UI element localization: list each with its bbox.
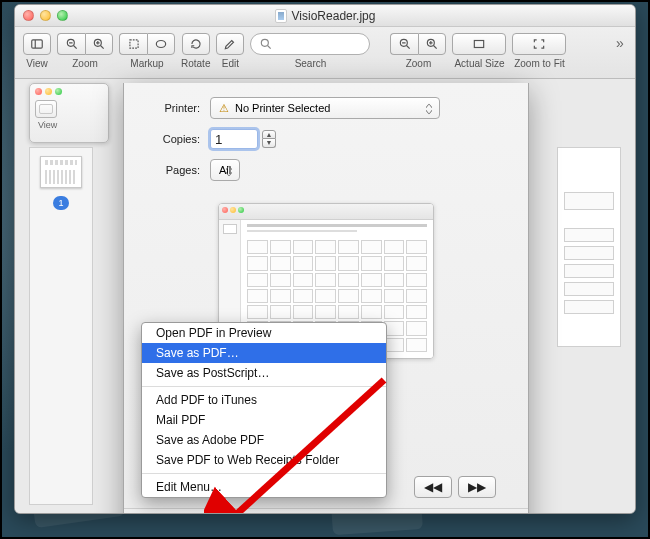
toolbar-rotate-label: Rotate <box>181 58 210 69</box>
document-preview-slice <box>557 147 621 347</box>
stepper-down-icon[interactable]: ▼ <box>262 139 276 148</box>
window-controls <box>23 10 68 21</box>
toolbar-zoom-label: Zoom <box>72 58 98 69</box>
copies-input[interactable] <box>210 129 258 149</box>
markup-rect-button[interactable] <box>119 33 147 55</box>
titlebar[interactable]: VisioReader.jpg <box>15 5 635 27</box>
preview-nav: ◀◀ ▶▶ <box>414 476 496 498</box>
copies-label: Copies: <box>142 133 210 145</box>
toolbar-edit-label: Edit <box>222 58 239 69</box>
rotate-button[interactable] <box>182 33 210 55</box>
app-toolbar: View Zoom Markup Rotate Edit <box>15 27 635 79</box>
thumbnail-sidebar[interactable]: 1 <box>29 147 93 505</box>
view-button[interactable] <box>23 33 51 55</box>
printer-select[interactable]: ⚠ No Printer Selected <box>210 97 440 119</box>
thumbnail-1[interactable] <box>40 156 82 188</box>
menu-add-to-itunes[interactable]: Add PDF to iTunes <box>142 390 386 410</box>
toolbar-fit-group: Zoom to Fit <box>512 33 566 69</box>
toolbar-view-label: View <box>26 58 48 69</box>
toolbar-actual-group: Actual Size <box>452 33 506 69</box>
toolbar-actual-label: Actual Size <box>454 58 504 69</box>
warning-icon: ⚠ <box>219 102 229 115</box>
edit-button[interactable] <box>216 33 244 55</box>
svg-rect-9 <box>129 40 137 48</box>
toolbar-rotate-group: Rotate <box>181 33 210 69</box>
zoom-in-button[interactable] <box>85 33 113 55</box>
menu-edit-menu[interactable]: Edit Menu… <box>142 477 386 497</box>
inner-view-button <box>35 100 57 118</box>
svg-rect-0 <box>32 40 43 48</box>
actual-size-icon <box>472 37 486 51</box>
printer-value: No Printer Selected <box>235 102 330 114</box>
selection-icon <box>127 37 141 51</box>
toolbar-zoom-group: Zoom <box>57 33 113 69</box>
toolbar-search-label: Search <box>295 58 327 69</box>
pages-value: All <box>219 164 231 176</box>
rotate-icon <box>189 37 203 51</box>
preview-app-window: VisioReader.jpg View Zoom Markup <box>14 4 636 514</box>
svg-line-12 <box>268 46 271 49</box>
pdf-menu: Open PDF in Preview Save as PDF… Save as… <box>141 322 387 498</box>
menu-save-as-postscript[interactable]: Save as PostScript… <box>142 363 386 383</box>
toolbar-markup-group: Markup <box>119 33 175 69</box>
toolbar-zoom2-label: Zoom <box>406 58 432 69</box>
svg-line-8 <box>101 46 104 49</box>
document-icon <box>275 9 287 23</box>
actual-size-button[interactable] <box>452 33 506 55</box>
zoom-in-icon <box>92 37 106 51</box>
toolbar-overflow-icon[interactable]: » <box>611 35 629 53</box>
pencil-icon <box>223 37 237 51</box>
next-page-button[interactable]: ▶▶ <box>458 476 496 498</box>
svg-line-15 <box>407 46 410 49</box>
svg-line-4 <box>73 46 76 49</box>
stepper-up-icon[interactable]: ▲ <box>262 130 276 139</box>
zoom-out-button[interactable] <box>57 33 85 55</box>
zoom-out-icon <box>398 37 412 51</box>
thumbnail-page-number: 1 <box>53 196 69 210</box>
svg-line-19 <box>434 46 437 49</box>
inner-window: View <box>29 83 109 143</box>
toolbar-search-group: Search <box>250 33 370 69</box>
search-icon <box>259 37 273 51</box>
window-title: VisioReader.jpg <box>275 9 376 23</box>
sidebar-icon <box>30 37 44 51</box>
toolbar-zoom2-group: Zoom <box>390 33 446 69</box>
minimize-icon[interactable] <box>40 10 51 21</box>
app-body: View Search 1 Printer: ⚠ No Printer Sele… <box>15 79 635 513</box>
zoom-icon[interactable] <box>57 10 68 21</box>
menu-mail-pdf[interactable]: Mail PDF <box>142 410 386 430</box>
prev-page-button[interactable]: ◀◀ <box>414 476 452 498</box>
menu-save-web-receipts[interactable]: Save PDF to Web Receipts Folder <box>142 450 386 470</box>
oval-icon <box>154 37 168 51</box>
toolbar-markup-label: Markup <box>130 58 163 69</box>
zoom-to-fit-button[interactable] <box>512 33 566 55</box>
copies-stepper[interactable]: ▲ ▼ <box>262 130 276 148</box>
zoom-out2-button[interactable] <box>390 33 418 55</box>
toolbar-fit-label: Zoom to Fit <box>514 58 565 69</box>
menu-save-adobe-pdf[interactable]: Save as Adobe PDF <box>142 430 386 450</box>
pages-select[interactable]: All <box>210 159 240 181</box>
print-dialog-sheet: Printer: ⚠ No Printer Selected Copies: ▲… <box>123 83 529 514</box>
close-icon[interactable] <box>23 10 34 21</box>
fit-icon <box>532 37 546 51</box>
markup-oval-button[interactable] <box>147 33 175 55</box>
toolbar-view-group: View <box>23 33 51 69</box>
inner-view-label: View <box>38 120 57 130</box>
zoom-in-icon <box>425 37 439 51</box>
dialog-button-bar: ? PDF ▼ Show Details Cancel Print <box>124 508 528 514</box>
svg-rect-20 <box>475 41 484 48</box>
zoom-in2-button[interactable] <box>418 33 446 55</box>
printer-label: Printer: <box>142 102 210 114</box>
zoom-out-icon <box>65 37 79 51</box>
search-field[interactable] <box>250 33 370 55</box>
svg-point-10 <box>156 41 165 48</box>
svg-point-11 <box>262 39 269 46</box>
toolbar-edit-group: Edit <box>216 33 244 69</box>
pages-label: Pages: <box>142 164 210 176</box>
title-text: VisioReader.jpg <box>292 9 376 23</box>
menu-open-preview[interactable]: Open PDF in Preview <box>142 323 386 343</box>
menu-save-as-pdf[interactable]: Save as PDF… <box>142 343 386 363</box>
